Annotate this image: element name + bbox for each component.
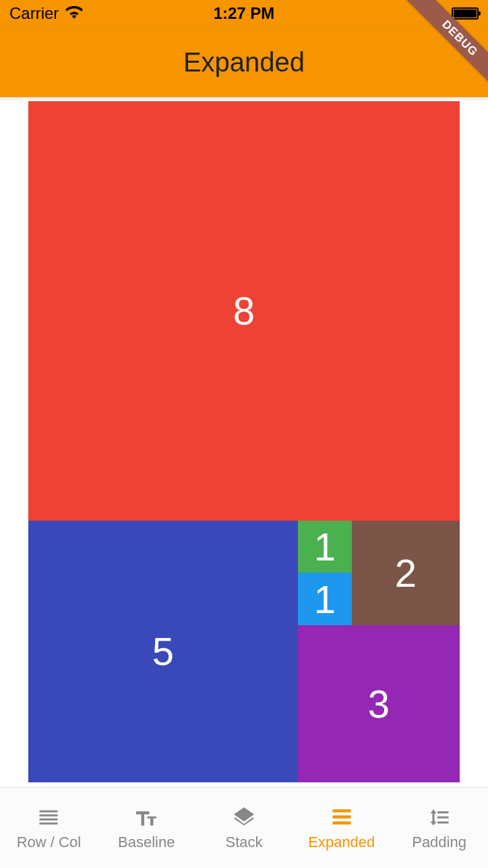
nav-row-col[interactable]: Row / Col [0,788,98,868]
page-title: Expanded [183,47,305,78]
tile-5: 5 [28,521,298,782]
tile-8: 8 [28,101,460,521]
nav-padding[interactable]: Padding [390,788,488,868]
tile-1a: 1 [298,521,352,573]
clock: 1:27 PM [214,4,275,23]
tile-3: 3 [298,625,460,782]
tile-1b: 1 [298,573,352,625]
ones-col: 1 1 [298,521,352,625]
status-left: Carrier [9,4,83,23]
app-bar: Expanded [0,27,488,97]
tile-1a-label: 1 [314,524,336,569]
rows-icon [36,805,61,830]
bottom-nav: Row / Col Baseline Stack Expanded Paddin… [0,787,488,868]
tile-2-label: 2 [395,550,417,596]
nav-label: Stack [225,834,262,851]
nav-label: Row / Col [17,834,81,851]
text-size-icon [134,805,158,830]
line-height-icon [427,805,452,830]
tile-3-label: 3 [368,681,390,726]
right-col: 1 1 2 3 [298,521,460,782]
rows-bold-icon [330,805,354,830]
tile-8-label: 8 [233,288,255,333]
wifi-icon [65,4,83,23]
layers-icon [232,805,256,830]
carrier-label: Carrier [9,4,59,23]
bottom-row: 5 1 1 2 3 [28,521,460,782]
nav-stack[interactable]: Stack [195,788,293,868]
tile-5-label: 5 [152,629,174,674]
upper-right-row: 1 1 2 [298,521,460,625]
nav-baseline[interactable]: Baseline [98,788,195,868]
nav-label: Expanded [308,834,375,851]
nav-label: Baseline [118,834,175,851]
tile-2: 2 [352,521,460,625]
status-right [452,7,479,20]
battery-icon [452,7,479,20]
content-area: 8 5 1 1 2 3 [28,101,460,782]
nav-label: Padding [412,834,466,851]
nav-expanded[interactable]: Expanded [293,788,390,868]
tile-1b-label: 1 [314,577,336,622]
